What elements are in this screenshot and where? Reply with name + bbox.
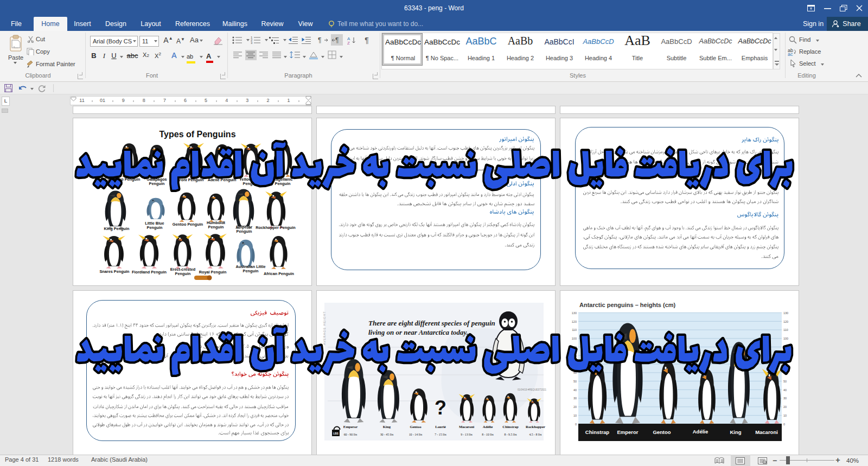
svg-text:90: 90 (783, 346, 787, 349)
svg-text:King Penguin: King Penguin (104, 226, 129, 231)
svg-text:Chinstrap: Chinstrap (502, 425, 519, 429)
svg-text:130: 130 (572, 311, 577, 315)
svg-text:4.5 - 8 lbs: 4.5 - 8 lbs (529, 433, 542, 436)
svg-text:Rockhopper: Rockhopper (526, 425, 545, 429)
svg-text:Adélie: Adélie (693, 429, 709, 435)
svg-text:Penguin: Penguin (149, 181, 165, 186)
svg-text:¶: ¶ (318, 36, 321, 44)
svg-text:9 - 13 lbs: 9 - 13 lbs (461, 433, 473, 436)
svg-text:01/04/19 #REQUEST2021: 01/04/19 #REQUEST2021 (518, 388, 547, 391)
svg-text:30 - 45 lbs: 30 - 45 lbs (380, 433, 394, 436)
svg-text:Rockhopper Penguin: Rockhopper Penguin (256, 225, 295, 230)
svg-text:Snares Penguin: Snares Penguin (99, 269, 129, 274)
svg-text:Gentoo Penguin: Gentoo Penguin (173, 222, 203, 227)
svg-text:Gentoo: Gentoo (410, 425, 422, 429)
svg-text:80: 80 (573, 354, 577, 358)
svg-text:Emperor: Emperor (617, 429, 638, 435)
svg-text:90: 90 (573, 346, 577, 349)
svg-text:30: 30 (783, 397, 787, 400)
svg-text:Chinstrap: Chinstrap (585, 429, 610, 435)
svg-text:King: King (383, 425, 391, 429)
svg-text:50: 50 (783, 380, 787, 383)
svg-text:Penguin: Penguin (243, 269, 259, 273)
svg-text:0: 0 (783, 423, 785, 426)
svg-text:Macaroni: Macaroni (755, 429, 778, 435)
svg-text:60 - 90 lbs: 60 - 90 lbs (344, 433, 358, 436)
svg-text:70: 70 (573, 362, 577, 366)
svg-text:10: 10 (573, 414, 577, 417)
svg-text:20: 20 (573, 405, 577, 408)
svg-text:Z: Z (347, 41, 350, 44)
svg-text:Royal Penguin: Royal Penguin (199, 270, 227, 275)
svg-text:110: 110 (572, 328, 577, 331)
svg-text:8 - 9.5 lbs: 8 - 9.5 lbs (504, 433, 517, 436)
svg-text:Gentoo: Gentoo (653, 429, 671, 435)
svg-text:AVERAGE HEIGHT: AVERAGE HEIGHT (323, 311, 326, 346)
svg-text:Adelie Penguin: Adelie Penguin (208, 177, 237, 182)
svg-text:40: 40 (783, 388, 787, 392)
svg-text:8 - 10 lbs: 8 - 10 lbs (482, 433, 494, 436)
svg-text:Penguin: Penguin (237, 229, 252, 234)
svg-text:Penguin: Penguin (208, 225, 224, 229)
svg-text:80: 80 (783, 354, 787, 358)
svg-text:0: 0 (575, 423, 577, 426)
svg-text:living on or near Antarctica t: living on or near Antarctica today. (368, 328, 468, 336)
svg-text:LBS: LBS (333, 432, 339, 435)
svg-text:Chinstrap Penguin: Chinstrap Penguin (105, 177, 141, 182)
svg-text:Antarctic penguins – heights (: Antarctic penguins – heights (cm) (579, 302, 676, 308)
svg-text:Penguin: Penguin (175, 271, 191, 276)
svg-text:Types of Penguins: Types of Penguins (159, 130, 235, 139)
svg-text:50: 50 (573, 380, 577, 383)
svg-text:30: 30 (573, 397, 577, 400)
svg-text:100: 100 (783, 337, 788, 340)
svg-text:10 - 14 lbs: 10 - 14 lbs (409, 433, 423, 436)
svg-text:ac: ac (788, 52, 793, 56)
svg-text:There are eight different spec: There are eight different species of pen… (368, 319, 495, 327)
svg-text:130: 130 (783, 311, 788, 315)
svg-text:King: King (730, 429, 741, 435)
svg-text:100: 100 (572, 337, 577, 340)
svg-text:Lourié: Lourié (435, 425, 446, 429)
svg-text:¶: ¶ (335, 36, 339, 44)
svg-text:Macaroni Penguin: Macaroni Penguin (170, 177, 204, 182)
svg-text:Penguin: Penguin (147, 225, 163, 230)
svg-text:Adélie: Adélie (483, 425, 493, 429)
svg-text:?: ? (435, 397, 446, 419)
svg-text:10: 10 (783, 414, 787, 417)
svg-text:40: 40 (573, 388, 577, 392)
svg-text:Fiordland Penguin: Fiordland Penguin (132, 270, 167, 275)
svg-text:60: 60 (573, 371, 577, 374)
svg-text:70: 70 (783, 362, 787, 366)
svg-text:Penguin: Penguin (275, 181, 291, 186)
svg-text:7 - 15 lbs: 7 - 15 lbs (435, 433, 446, 436)
svg-text:20: 20 (783, 405, 787, 408)
svg-text:120: 120 (783, 320, 788, 323)
svg-text:60: 60 (783, 371, 787, 374)
svg-text:120: 120 (572, 320, 577, 323)
svg-text:African Penguin: African Penguin (264, 271, 294, 276)
svg-text:3: 3 (251, 41, 253, 44)
svg-text:Penguin: Penguin (243, 181, 259, 186)
svg-text:Emperor: Emperor (343, 425, 358, 429)
svg-text:Macaroni: Macaroni (459, 425, 474, 429)
svg-text:110: 110 (783, 328, 788, 331)
